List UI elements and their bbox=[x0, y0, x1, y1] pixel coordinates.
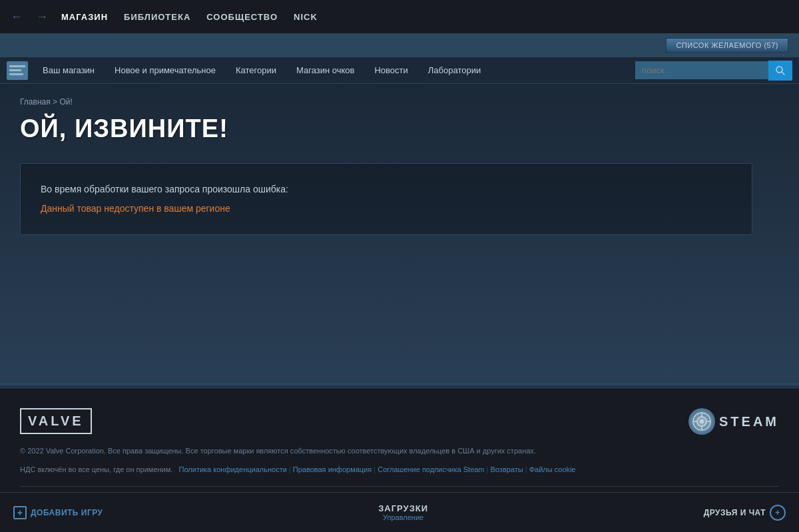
nav-library[interactable]: БИБЛИОТЕКА bbox=[124, 12, 190, 22]
search-bar bbox=[635, 61, 792, 81]
footer-links: НДС включён во все цены, где он применим… bbox=[20, 464, 779, 476]
main-content: Главная > Ой! ОЙ, ИЗВИНИТЕ! Во время обр… bbox=[0, 84, 799, 384]
downloads-label: ЗАГРУЗКИ bbox=[378, 503, 428, 513]
footer-top: VALVE STEAM bbox=[20, 408, 779, 435]
breadcrumb: Главная > Ой! bbox=[20, 97, 779, 107]
store-nav-items: Ваш магазин Новое и примечательное Катег… bbox=[33, 57, 635, 84]
nav-links: МАГАЗИН БИБЛИОТЕКА СООБЩЕСТВО NICK bbox=[61, 12, 318, 22]
search-input[interactable] bbox=[635, 61, 768, 79]
footer-privacy-link[interactable]: Политика конфиденциальности bbox=[179, 465, 287, 473]
steam-icon bbox=[688, 408, 715, 435]
add-game-label: ДОБАВИТЬ ИГРУ bbox=[31, 508, 103, 517]
friends-icon: + bbox=[770, 505, 786, 521]
nav-community[interactable]: СООБЩЕСТВО bbox=[206, 12, 278, 22]
nav-store[interactable]: МАГАЗИН bbox=[61, 12, 108, 22]
steam-logo-footer: STEAM bbox=[688, 408, 779, 435]
store-nav-new-notable[interactable]: Новое и примечательное bbox=[105, 57, 225, 84]
downloads-manage[interactable]: Управление bbox=[383, 513, 423, 521]
footer-legal-link[interactable]: Правовая информация bbox=[293, 465, 372, 473]
top-nav-bar: ← → МАГАЗИН БИБЛИОТЕКА СООБЩЕСТВО NICK bbox=[0, 0, 799, 33]
search-button[interactable] bbox=[768, 61, 792, 81]
store-nav: Ваш магазин Новое и примечательное Катег… bbox=[0, 57, 799, 84]
error-region-link[interactable]: Данный товар недоступен в вашем регионе bbox=[41, 203, 230, 214]
bottom-bar: + ДОБАВИТЬ ИГРУ ЗАГРУЗКИ Управление ДРУЗ… bbox=[0, 492, 799, 532]
forward-button[interactable]: → bbox=[36, 10, 48, 24]
steam-text-logo: STEAM bbox=[719, 414, 779, 429]
breadcrumb-current: Ой! bbox=[59, 97, 72, 107]
wishlist-bar: СПИСОК ЖЕЛАЕМОГО (57) bbox=[0, 33, 799, 57]
downloads-center: ЗАГРУЗКИ Управление bbox=[103, 503, 704, 521]
footer-refunds-link[interactable]: Возвраты bbox=[491, 465, 523, 473]
svg-rect-0 bbox=[9, 65, 25, 67]
svg-line-4 bbox=[782, 72, 784, 75]
footer-cookies-link[interactable]: Файлы cookie bbox=[529, 465, 576, 473]
valve-logo: VALVE bbox=[20, 408, 92, 434]
error-box: Во время обработки вашего запроса произо… bbox=[20, 163, 752, 235]
store-nav-points[interactable]: Магазин очков bbox=[287, 57, 364, 84]
store-logo bbox=[7, 61, 28, 80]
friends-chat-button[interactable]: ДРУЗЬЯ И ЧАТ + bbox=[704, 505, 786, 521]
breadcrumb-home[interactable]: Главная bbox=[20, 97, 51, 107]
page-title: ОЙ, ИЗВИНИТЕ! bbox=[20, 115, 779, 143]
svg-rect-2 bbox=[9, 73, 23, 75]
footer-copyright: © 2022 Valve Corporation. Все права защи… bbox=[20, 445, 779, 457]
svg-rect-1 bbox=[9, 69, 21, 71]
store-nav-your-store[interactable]: Ваш магазин bbox=[33, 57, 104, 84]
error-message-text: Во время обработки вашего запроса произо… bbox=[41, 184, 732, 194]
breadcrumb-separator: > bbox=[51, 97, 60, 107]
store-nav-categories[interactable]: Категории bbox=[226, 57, 286, 84]
add-game-button[interactable]: + ДОБАВИТЬ ИГРУ bbox=[13, 506, 103, 519]
svg-point-7 bbox=[700, 419, 704, 423]
store-nav-labs[interactable]: Лаборатории bbox=[419, 57, 490, 84]
back-button[interactable]: ← bbox=[11, 10, 23, 24]
store-nav-news[interactable]: Новости bbox=[365, 57, 417, 84]
nav-account[interactable]: NICK bbox=[294, 12, 318, 22]
wishlist-button[interactable]: СПИСОК ЖЕЛАЕМОГО (57) bbox=[666, 38, 788, 53]
footer-subscriber-link[interactable]: Соглашение подписчика Steam bbox=[378, 465, 484, 473]
footer-divider bbox=[20, 486, 779, 487]
friends-label: ДРУЗЬЯ И ЧАТ bbox=[704, 508, 766, 517]
add-icon: + bbox=[13, 506, 27, 519]
footer-vat-note: НДС включён во все цены, где он применим… bbox=[20, 465, 172, 473]
